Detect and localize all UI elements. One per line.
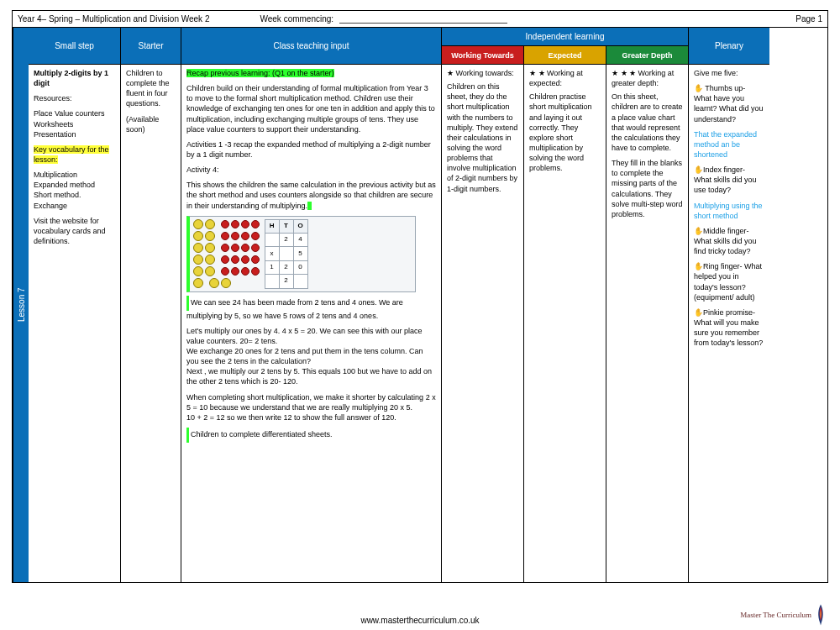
header-small-step: Small step [29,28,121,65]
resources-label: Resources: [34,93,115,103]
activity-4-label: Activity 4: [186,165,436,175]
input-para-4c: Next , we multiply our 2 tens by 5. This… [186,366,436,386]
vocab-list: Multiplication Expanded method Short met… [34,170,115,211]
cell-starter: Children to complete the fluent in four … [121,65,181,582]
small-step-title: Multiply 2-digits by 1 digit [34,69,108,87]
starter-text: Children to complete the fluent in four … [126,68,176,109]
counters-grid [193,219,260,289]
brand-text: Master The Curriculum [740,611,811,619]
recap-highlight: Recap previous learning: (Q1 on the star… [186,69,334,77]
cell-plenary: Give me five: ✋ Thumbs up- What have you… [689,65,769,582]
feather-icon [815,603,827,627]
gd-stars: ★ ★ ★ Working at greater depth: [612,68,683,88]
page-number: Page 1 [795,14,822,24]
visit-website-note: Visit the website for vocabulary cards a… [34,216,115,246]
plenary-thumbs-answer: That the expanded method an be shortened [694,129,764,160]
ex-stars: ★ ★ Working at expected: [529,68,601,88]
blank-line [339,14,507,24]
cell-class-input: Recap previous learning: (Q1 on the star… [181,65,442,582]
gd-body-2: They fill in the blanks to complete the … [612,158,683,219]
plenary-ring: ✋Ring finger- What helped you in today's… [694,261,764,302]
input-para-6: Children to complete differentiated shee… [191,430,332,438]
key-vocab-highlight: Key vocabulary for the lesson: [34,145,109,164]
wt-stars: ★ Working towards: [447,68,518,78]
lesson-tab: Lesson 7 [13,28,29,582]
wt-body: Children on this sheet, they do the shor… [447,81,518,194]
cell-working-towards: ★ Working towards: Children on this shee… [442,65,524,582]
cell-expected: ★ ★ Working at expected: Children practi… [524,65,606,582]
subheader-working-towards: Working Towards [442,46,524,65]
short-multiplication-table: HTO 24 x5 120 2 [265,219,308,289]
input-para-4a: Let's multiply our ones by 4. 4 x 5 = 20… [186,326,436,346]
plenary-give-me-five: Give me five: [694,68,764,78]
plenary-middle: ✋Middle finger- What skills did you find… [694,226,764,256]
cell-greater-depth: ★ ★ ★ Working at greater depth: On this … [606,65,689,582]
cell-small-step: Multiply 2-digits by 1 digit Resources: … [29,65,121,582]
brand-logo: Master The Curriculum [740,603,827,627]
input-para-1: Children build on their understanding of… [186,83,436,134]
plenary-pinkie: ✋Pinkie promise- What will you make sure… [694,307,764,349]
ex-body: Children practise short multiplication a… [529,92,601,173]
header-plenary: Plenary [689,28,769,65]
footer-url: www.masterthecurriculum.co.uk [0,616,840,625]
header-class-input: Class teaching input [181,28,442,65]
input-para-5a: When completing short multiplication, we… [186,392,436,412]
document-header: Year 4– Spring – Multiplication and Divi… [13,11,827,28]
header-independent: Independent learning [442,28,689,46]
gd-body-1: On this sheet, children are to create a … [612,92,683,153]
doc-title: Year 4– Spring – Multiplication and Divi… [18,14,209,24]
header-starter: Starter [121,28,181,65]
input-para-3: We can see 24 has been made from 2 tens … [186,298,403,320]
starter-availability: (Available soon) [126,114,176,134]
subheader-greater-depth: Greater Depth [606,46,689,65]
plenary-index: ✋Index finger- What skills did you use t… [694,165,764,195]
input-para-4b: We exchange 20 ones for 2 tens and put t… [186,346,436,366]
subheader-expected: Expected [524,46,606,65]
plenary-index-answer: Multiplying using the short method [694,201,764,221]
place-value-diagram: HTO 24 x5 120 2 [186,216,416,292]
plenary-thumbs: ✋ Thumbs up- What have you learnt? What … [694,83,764,124]
resources-list: Place Value counters Worksheets Presenta… [34,108,115,139]
week-commencing-label: Week commencing: [260,14,507,24]
input-para-5b: 10 + 2 = 12 so we then write 12 to show … [186,412,436,423]
input-para-2: Activities 1 -3 recap the expanded metho… [186,139,436,160]
